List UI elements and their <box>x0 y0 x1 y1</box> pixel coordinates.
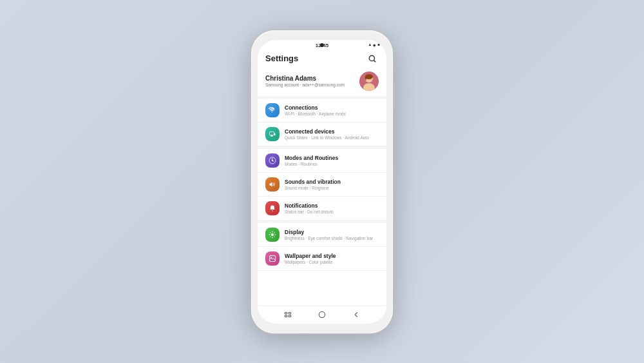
display-title: Display <box>285 229 379 235</box>
connections-title: Connections <box>285 104 379 111</box>
signal-icon: ▲ <box>368 43 372 46</box>
page-title: Settings <box>265 54 298 63</box>
recents-button[interactable] <box>281 308 294 321</box>
svg-point-21 <box>319 311 325 317</box>
svg-rect-20 <box>289 315 291 317</box>
svg-marker-13 <box>270 182 272 186</box>
svg-point-9 <box>272 111 273 112</box>
profile-email-address: ada++@samsung.com <box>302 83 345 87</box>
connected-devices-icon <box>265 127 279 141</box>
svg-point-8 <box>371 79 373 81</box>
settings-list: Connections Wi-Fi · Bluetooth · Airplane… <box>258 99 386 306</box>
settings-header: Settings <box>258 50 386 68</box>
connections-subtitle: Wi-Fi · Bluetooth · Airplane mode <box>285 112 379 116</box>
settings-item-modes[interactable]: Modes and Routines Modes · Routines <box>258 149 386 173</box>
back-button[interactable] <box>350 308 363 321</box>
svg-rect-10 <box>270 132 274 135</box>
svg-point-0 <box>369 55 374 61</box>
wallpaper-text: Wallpaper and style Wallpapers · Color p… <box>285 253 379 264</box>
svg-rect-11 <box>274 133 276 135</box>
profile-account: Samsung account · ada++@samsung.com <box>265 83 354 87</box>
wallpaper-subtitle: Wallpapers · Color palette <box>285 260 379 264</box>
profile-name: Christina Adams <box>265 75 354 82</box>
sounds-text: Sounds and vibration Sound mode · Ringto… <box>285 179 379 190</box>
display-subtitle: Brightness · Eye comfort shield · Naviga… <box>285 236 379 240</box>
svg-point-7 <box>366 79 368 81</box>
settings-item-wallpaper[interactable]: Wallpaper and style Wallpapers · Color p… <box>258 247 386 271</box>
profile-section[interactable]: Christina Adams Samsung account · ada++@… <box>258 68 386 96</box>
connections-text: Connections Wi-Fi · Bluetooth · Airplane… <box>285 104 379 116</box>
display-text: Display Brightness · Eye comfort shield … <box>285 229 379 240</box>
svg-rect-17 <box>285 313 287 314</box>
status-bar: 12:45 ▲ ◆ ■ <box>258 40 386 50</box>
wifi-icon: ◆ <box>373 43 376 47</box>
home-button[interactable] <box>316 308 328 321</box>
modes-icon <box>265 153 279 168</box>
account-label: Samsung account <box>265 83 299 87</box>
settings-item-notifications[interactable]: Notifications Status bar · Do not distur… <box>258 197 386 221</box>
wallpaper-icon <box>265 251 279 266</box>
sounds-subtitle: Sound mode · Ringtone <box>285 186 379 190</box>
modes-subtitle: Modes · Routines <box>285 162 379 166</box>
settings-item-connections[interactable]: Connections Wi-Fi · Bluetooth · Airplane… <box>258 99 386 123</box>
settings-item-connected-devices[interactable]: Connected devices Quick Share · Link to … <box>258 123 386 146</box>
svg-point-16 <box>270 257 272 258</box>
svg-point-14 <box>271 233 274 236</box>
svg-rect-18 <box>289 313 291 314</box>
svg-rect-19 <box>285 315 287 317</box>
notifications-text: Notifications Status bar · Do not distur… <box>285 202 379 214</box>
modes-title: Modes and Routines <box>285 155 379 161</box>
nav-bar <box>258 306 386 324</box>
sounds-title: Sounds and vibration <box>285 179 379 185</box>
connected-devices-subtitle: Quick Share · Link to Windows · Android … <box>285 135 379 140</box>
wallpaper-title: Wallpaper and style <box>285 253 379 259</box>
svg-point-12 <box>272 160 273 161</box>
camera-notch <box>320 43 324 47</box>
settings-item-display[interactable]: Display Brightness · Eye comfort shield … <box>258 223 386 247</box>
connected-devices-text: Connected devices Quick Share · Link to … <box>285 128 379 140</box>
profile-info: Christina Adams Samsung account · ada++@… <box>265 75 354 87</box>
sounds-icon <box>265 177 279 191</box>
notifications-subtitle: Status bar · Do not disturb <box>285 210 379 214</box>
display-icon <box>265 228 279 242</box>
connections-icon <box>265 103 279 117</box>
battery-icon: ■ <box>377 43 380 46</box>
modes-text: Modes and Routines Modes · Routines <box>285 155 379 166</box>
status-icons: ▲ ◆ ■ <box>368 43 380 47</box>
phone-frame: 12:45 ▲ ◆ ■ Settings Christina Adams <box>251 30 393 333</box>
svg-line-1 <box>374 60 376 62</box>
notifications-title: Notifications <box>285 202 379 209</box>
avatar <box>359 72 379 91</box>
settings-item-sounds[interactable]: Sounds and vibration Sound mode · Ringto… <box>258 173 386 197</box>
search-button[interactable] <box>366 52 379 65</box>
notifications-icon <box>265 201 279 215</box>
phone-screen: 12:45 ▲ ◆ ■ Settings Christina Adams <box>258 40 386 324</box>
connected-devices-title: Connected devices <box>285 128 379 135</box>
